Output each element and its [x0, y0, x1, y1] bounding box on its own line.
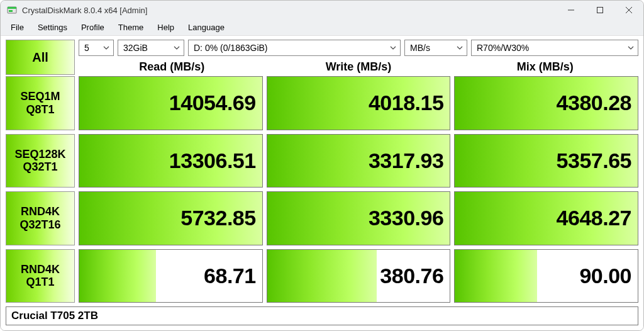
selects-row: 5 32GiB D: 0% (0/1863GiB) MB/s — [79, 40, 638, 56]
unit-select[interactable]: MB/s — [404, 40, 467, 56]
write-value: 3317.93 — [369, 149, 443, 173]
fill-bar — [455, 250, 537, 303]
cell-mix: 90.00 — [454, 249, 638, 303]
write-value: 380.76 — [380, 264, 443, 288]
minimize-button[interactable] — [557, 1, 586, 20]
test-label-line2: Q8T1 — [26, 103, 54, 116]
chevron-down-icon — [174, 43, 180, 53]
chevron-down-icon — [628, 43, 634, 53]
test-label-line1: SEQ1M — [20, 90, 60, 103]
read-value: 5732.85 — [180, 206, 255, 230]
cell-read: 13306.51 — [79, 134, 263, 188]
mix-ratio-select[interactable]: R70%/W30% — [471, 40, 638, 56]
menu-language[interactable]: Language — [182, 21, 231, 34]
test-label-line2: Q1T1 — [26, 276, 54, 289]
test-count-value: 5 — [84, 43, 89, 53]
cell-mix: 5357.65 — [454, 134, 638, 188]
menu-file[interactable]: File — [4, 21, 30, 34]
menu-theme[interactable]: Theme — [112, 21, 150, 34]
run-all-button[interactable]: All — [6, 40, 75, 75]
test-button-rnd4k-q32t16[interactable]: RND4K Q32T16 — [6, 191, 75, 245]
mix-value: 4648.27 — [557, 206, 631, 230]
cell-write: 3330.96 — [267, 191, 451, 245]
read-value: 14054.69 — [169, 91, 256, 115]
content-area: All 5 32GiB D: 0% (0/1863GiB) — [1, 36, 643, 330]
menu-profile[interactable]: Profile — [75, 21, 111, 34]
selects-and-header: 5 32GiB D: 0% (0/1863GiB) MB/s — [79, 40, 638, 75]
close-button[interactable] — [614, 1, 643, 20]
maximize-button[interactable] — [586, 1, 614, 20]
svg-rect-1 — [8, 7, 16, 9]
test-button-seq1m-q8t1[interactable]: SEQ1M Q8T1 — [6, 76, 75, 130]
cell-write: 380.76 — [267, 249, 451, 303]
result-row: SEQ128K Q32T1 13306.51 3317.93 5357.65 — [6, 134, 638, 188]
mix-value: 5357.65 — [557, 149, 631, 173]
test-label-line2: Q32T16 — [19, 218, 60, 232]
header-write: Write (MB/s) — [265, 60, 452, 74]
header-read: Read (MB/s) — [79, 60, 265, 74]
read-value: 13306.51 — [169, 149, 256, 173]
menu-settings[interactable]: Settings — [31, 21, 74, 34]
fill-bar — [79, 250, 156, 303]
chevron-down-icon — [390, 43, 396, 53]
result-row: RND4K Q32T16 5732.85 3330.96 4648.27 — [6, 191, 638, 245]
svg-rect-4 — [597, 8, 603, 13]
test-label-line1: SEQ128K — [14, 148, 65, 161]
controls-row: All 5 32GiB D: 0% (0/1863GiB) — [6, 40, 638, 75]
window-controls — [557, 1, 643, 20]
result-row: RND4K Q1T1 68.71 380.76 90.00 — [6, 249, 638, 303]
test-label-line1: RND4K — [21, 205, 60, 218]
chevron-down-icon — [103, 43, 109, 53]
unit-value: MB/s — [410, 43, 430, 53]
result-row: SEQ1M Q8T1 14054.69 4018.15 4380.28 — [6, 76, 638, 130]
cell-mix: 4648.27 — [454, 191, 638, 245]
column-headers: Read (MB/s) Write (MB/s) Mix (MB/s) — [79, 56, 638, 75]
header-mix: Mix (MB/s) — [452, 60, 638, 74]
test-label-line1: RND4K — [21, 263, 60, 276]
read-value: 68.71 — [204, 264, 256, 288]
cell-mix: 4380.28 — [454, 76, 638, 130]
cell-write: 3317.93 — [267, 134, 451, 188]
mix-value: 4380.28 — [557, 91, 631, 115]
test-button-rnd4k-q1t1[interactable]: RND4K Q1T1 — [6, 249, 75, 303]
drive-value: D: 0% (0/1863GiB) — [194, 43, 268, 53]
menu-help[interactable]: Help — [151, 21, 180, 34]
test-count-select[interactable]: 5 — [79, 40, 114, 56]
cell-read: 5732.85 — [79, 191, 263, 245]
app-window: CrystalDiskMark 8.0.4 x64 [Admin] File S… — [0, 0, 644, 331]
result-grid: SEQ1M Q8T1 14054.69 4018.15 4380.28 SEQ1… — [6, 76, 638, 303]
titlebar: CrystalDiskMark 8.0.4 x64 [Admin] — [1, 1, 643, 20]
test-button-seq128k-q32t1[interactable]: SEQ128K Q32T1 — [6, 134, 75, 188]
write-value: 3330.96 — [369, 206, 443, 230]
device-label: Crucial T705 2TB — [6, 306, 638, 325]
mix-value: 90.00 — [579, 264, 631, 288]
mix-ratio-value: R70%/W30% — [477, 43, 529, 53]
app-icon — [7, 5, 17, 15]
cell-read: 14054.69 — [79, 76, 263, 130]
menubar: File Settings Profile Theme Help Languag… — [1, 20, 643, 36]
drive-select[interactable]: D: 0% (0/1863GiB) — [188, 40, 401, 56]
cell-read: 68.71 — [79, 249, 263, 303]
svg-rect-2 — [9, 10, 13, 12]
chevron-down-icon — [457, 43, 463, 53]
cell-write: 4018.15 — [267, 76, 451, 130]
fill-bar — [267, 250, 377, 303]
test-size-value: 32GiB — [123, 43, 148, 53]
window-title: CrystalDiskMark 8.0.4 x64 [Admin] — [22, 6, 147, 15]
test-size-select[interactable]: 32GiB — [118, 40, 184, 56]
write-value: 4018.15 — [369, 91, 443, 115]
test-label-line2: Q32T1 — [23, 160, 57, 174]
